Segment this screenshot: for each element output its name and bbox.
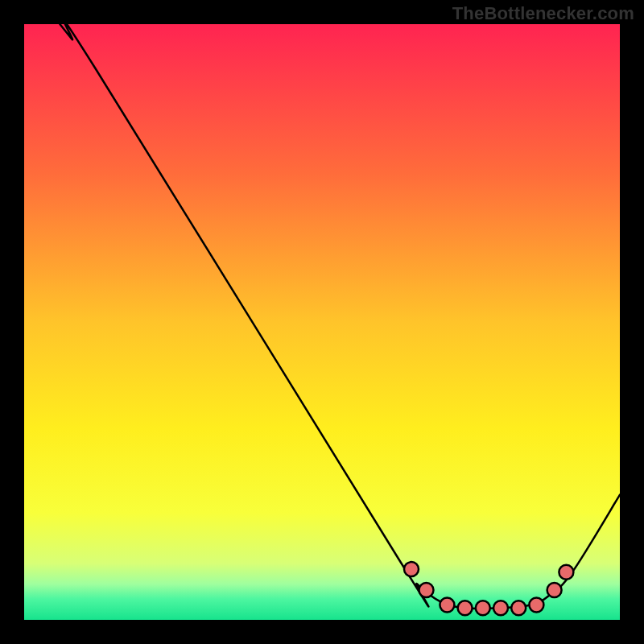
plot-area (24, 24, 620, 620)
chart-svg (24, 24, 620, 620)
marker-group (404, 562, 573, 615)
data-marker (404, 562, 419, 576)
data-marker (458, 601, 473, 615)
data-marker (419, 583, 434, 597)
data-marker (529, 598, 543, 613)
data-marker (476, 601, 490, 615)
chart-frame: TheBottlenecker.com (0, 0, 644, 644)
data-marker (511, 601, 526, 615)
data-marker (559, 565, 573, 580)
bottleneck-curve (60, 24, 620, 609)
data-marker (547, 583, 562, 597)
data-marker (493, 601, 508, 615)
watermark-text: TheBottlenecker.com (452, 3, 634, 24)
data-marker (440, 598, 454, 613)
